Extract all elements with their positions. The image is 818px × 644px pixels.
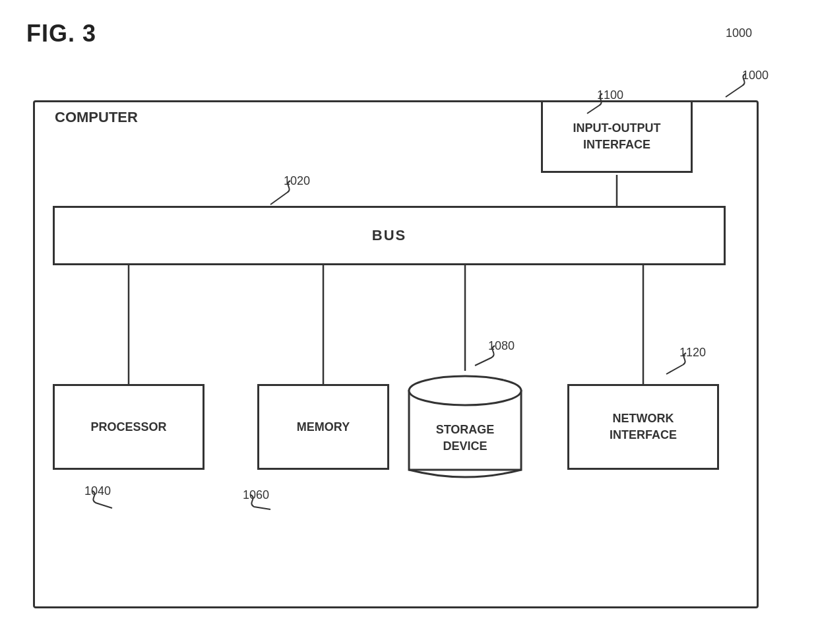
svg-text:STORAGE: STORAGE <box>436 423 495 436</box>
ref-1000-label: 1000 <box>742 69 769 82</box>
svg-point-1 <box>409 376 521 405</box>
svg-text:DEVICE: DEVICE <box>443 439 487 453</box>
ref-1080-label: 1080 <box>488 339 515 353</box>
io-interface-box: INPUT-OUTPUTINTERFACE <box>541 100 693 173</box>
processor-box: PROCESSOR <box>53 384 204 470</box>
processor-label: PROCESSOR <box>90 420 166 434</box>
memory-label: MEMORY <box>297 420 350 434</box>
bus-box: BUS <box>53 206 726 265</box>
storage-device-svg: STORAGE DEVICE <box>402 371 534 490</box>
ref-1100-label: 1100 <box>597 88 623 102</box>
network-interface-label: NETWORKINTERFACE <box>610 410 677 443</box>
io-interface-label: INPUT-OUTPUTINTERFACE <box>573 120 661 153</box>
storage-device-container: STORAGE DEVICE <box>402 371 534 492</box>
figure-title: FIG. 3 <box>26 20 792 48</box>
ref-1060-label: 1060 <box>243 488 269 502</box>
computer-label: COMPUTER <box>55 109 138 126</box>
bus-label: BUS <box>372 227 406 244</box>
ref-1120-label: 1120 <box>679 346 706 360</box>
network-interface-box: NETWORKINTERFACE <box>567 384 719 470</box>
ref-1000: 1000 <box>726 26 752 40</box>
computer-box: COMPUTER <box>33 100 759 608</box>
ref-1020-label: 1020 <box>284 174 310 188</box>
ref-1040-label: 1040 <box>84 484 111 498</box>
memory-box: MEMORY <box>257 384 389 470</box>
